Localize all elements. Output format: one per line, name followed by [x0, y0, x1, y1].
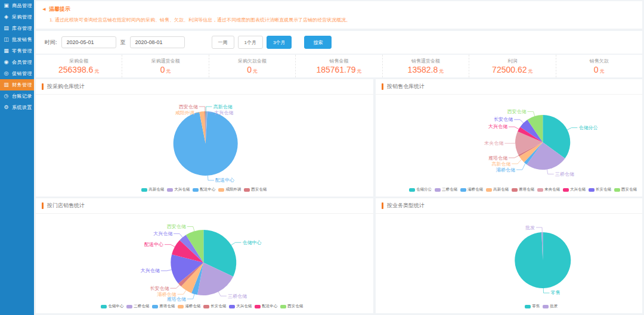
sidebar: ▣商品管理◈采购管理▤库存管理◫批发销售▦零售管理◉会员管理◎促销管理▥财务管理…: [0, 0, 34, 315]
title-accent-bar: [42, 202, 44, 209]
announcement-icon: ◄: [42, 7, 47, 12]
legend-swatch: [435, 188, 441, 192]
legend-label: 大兴仓储: [570, 187, 586, 192]
pie-label-line: [199, 107, 205, 111]
pie-slice-label: 西安仓储: [507, 109, 526, 114]
sidebar-item-label: 商品管理: [12, 2, 32, 9]
legend-item[interactable]: 雁塔仓储: [152, 304, 175, 309]
legend-item[interactable]: 高新仓储: [486, 187, 509, 192]
purchase-warehouse-chart-panel: 按采购仓库统计 高新仓储大兴仓储配送中心咸阳外调西安仓储高新仓储大兴仓储配送中心…: [36, 79, 373, 197]
range-button[interactable]: 3个月: [267, 36, 292, 49]
pie-label-line: [514, 120, 524, 123]
pie-slice-label: 大兴仓储: [214, 110, 233, 116]
sidebar-item-wholesale[interactable]: ◫批发销售: [0, 34, 34, 45]
legend-item[interactable]: 仓储中心: [101, 304, 123, 309]
chart-title-row: 按门店销售统计: [36, 198, 373, 214]
settings-icon: ⚙: [3, 105, 10, 110]
legend-item[interactable]: 仓储分公: [409, 187, 432, 192]
legend-item[interactable]: 零售: [525, 304, 540, 309]
pie-slice-label: 配送中心: [144, 242, 163, 247]
sidebar-item-label: 系统设置: [12, 104, 32, 111]
legend-label: 三桥仓储: [442, 187, 457, 192]
legend-item[interactable]: 三桥仓储: [435, 187, 457, 192]
legend-label: 三桥仓储: [134, 304, 149, 309]
legend-item[interactable]: 大兴仓储: [167, 187, 190, 192]
stat-value: 185761.79元: [296, 66, 382, 76]
legend-swatch: [512, 188, 518, 192]
legend-swatch: [255, 305, 261, 308]
pie-label-line: [543, 288, 549, 293]
range-button[interactable]: 1个月: [238, 36, 263, 49]
legend-swatch: [152, 305, 158, 308]
store-sales-chart-panel: 按门店销售统计 仓储中心三桥仓储雁塔仓储灞桥仓储长安仓储大兴仓储配送中心大兴仓储…: [36, 198, 373, 313]
legend-item[interactable]: 长安仓储: [589, 187, 611, 192]
chart-title: 按业务类型统计: [387, 202, 425, 210]
stat-value: 0元: [556, 66, 642, 76]
legend-item[interactable]: 灞桥仓储: [460, 187, 483, 192]
legend-item[interactable]: 高新仓储: [141, 187, 164, 192]
legend-item[interactable]: 西安仓储: [244, 187, 267, 192]
pie-label-line: [187, 294, 194, 299]
stat-cell: 销售金额185761.79元: [296, 55, 382, 77]
sidebar-item-settings[interactable]: ⚙系统设置: [0, 102, 34, 113]
pie-slice-label: 三桥仓储: [555, 171, 574, 177]
legend-item[interactable]: 批发: [543, 304, 558, 309]
sidebar-item-label: 零售管理: [12, 48, 32, 54]
sidebar-item-member[interactable]: ◉会员管理: [0, 57, 34, 68]
pie-chart: 仓储分公三桥仓储灞桥仓储高新仓储雁塔仓储未央仓储大兴仓储长安仓储西安仓储仓储分公…: [376, 95, 642, 197]
sidebar-item-inventory[interactable]: ▤库存管理: [0, 23, 34, 34]
legend-label: 仓储中心: [108, 304, 123, 309]
date-to-input[interactable]: [130, 36, 185, 48]
stat-unit: 元: [166, 68, 171, 74]
sidebar-item-promotion[interactable]: ◎促销管理: [0, 68, 34, 79]
sidebar-item-label: 会员管理: [12, 59, 32, 66]
title-accent-bar: [382, 202, 383, 209]
promotion-icon: ◎: [3, 71, 10, 76]
pie-slice-label: 西安仓储: [167, 224, 186, 229]
tip-title: 温馨提示: [49, 5, 70, 13]
legend-item[interactable]: 大兴仓储: [563, 187, 586, 192]
legend-item[interactable]: 雁塔仓储: [512, 187, 534, 192]
legend-item[interactable]: 大兴仓储: [229, 304, 252, 309]
legend-item[interactable]: 配送中心: [193, 187, 215, 192]
chart-title: 按门店销售统计: [47, 202, 85, 210]
range-button[interactable]: 一周: [212, 36, 234, 49]
legend-item[interactable]: 西安仓储: [614, 187, 637, 192]
sidebar-item-purchase[interactable]: ◈采购管理: [0, 11, 34, 23]
legend-item[interactable]: 配送中心: [255, 304, 277, 309]
legend-item[interactable]: 未央仓储: [537, 187, 560, 192]
pie-slice-label: 长安仓储: [494, 117, 513, 122]
chart-title-row: 按业务类型统计: [376, 198, 642, 214]
tip-panel: ◄ 温馨提示 1. 通过此模块可查询经营店铺在指定时间内的采购、销售、欠款、利润…: [36, 1, 642, 29]
sidebar-item-ledger[interactable]: ◷台账记录: [0, 91, 34, 102]
pie-label-line: [165, 245, 175, 247]
legend-item[interactable]: 西安仓储: [280, 304, 303, 309]
legend-item[interactable]: 长安仓储: [203, 304, 226, 309]
legend-swatch: [589, 188, 595, 192]
pie-label-line: [161, 270, 172, 271]
legend-item[interactable]: 三桥仓储: [126, 304, 149, 309]
search-button[interactable]: 搜索: [304, 36, 332, 49]
legend-swatch: [229, 305, 235, 308]
legend-swatch: [525, 305, 531, 308]
pie-label-line: [567, 127, 577, 130]
pie-slice-label: 仓储分公: [578, 125, 597, 130]
pie-chart: 高新仓储大兴仓储配送中心咸阳外调西安仓储高新仓储大兴仓储配送中心咸阳外调西安仓储: [36, 95, 373, 197]
legend-item[interactable]: 咸阳外调: [218, 187, 241, 192]
pie-slice-label: 未央仓储: [484, 141, 503, 146]
sidebar-item-finance[interactable]: ▥财务管理: [0, 79, 34, 91]
legend-swatch: [193, 188, 199, 192]
tip-text: 1. 通过此模块可查询经营店铺在指定时间内的采购、销售、欠款、利润等信息，通过不…: [49, 17, 636, 23]
sidebar-item-product[interactable]: ▣商品管理: [0, 0, 34, 11]
sidebar-item-retail[interactable]: ▦零售管理: [0, 45, 34, 57]
stat-value: 0元: [122, 66, 208, 76]
legend-swatch: [178, 305, 184, 308]
legend-label: 配送中心: [262, 304, 277, 309]
legend-label: 大兴仓储: [236, 304, 252, 309]
date-from-input[interactable]: [61, 36, 116, 48]
title-accent-bar: [42, 83, 44, 90]
stat-unit: 元: [600, 68, 605, 74]
legend-item[interactable]: 灞桥仓储: [178, 304, 200, 309]
sidebar-item-label: 台账记录: [12, 93, 32, 99]
legend-swatch: [537, 188, 543, 192]
